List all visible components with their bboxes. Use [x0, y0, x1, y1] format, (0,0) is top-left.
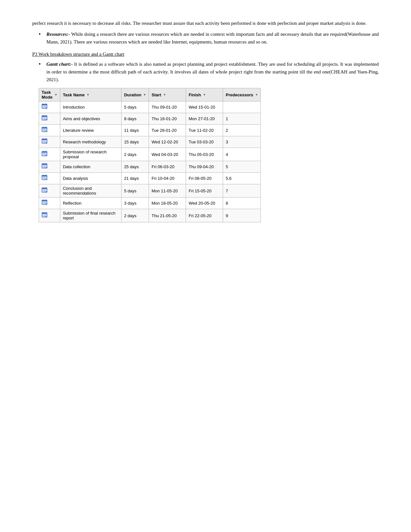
cell-start: Thu 09-01-20: [149, 102, 186, 113]
table-row: Data collection25 daysFri 06-03-20Thu 09…: [39, 161, 261, 173]
svg-rect-76: [44, 190, 45, 190]
gantt-table-wrapper: TaskMode ▼ Task Name ▼ Duration ▼: [39, 88, 379, 222]
cell-duration: 8 days: [121, 113, 149, 125]
cell-finish: Wed 15-01-20: [186, 102, 223, 113]
cell-predecessors: 8: [223, 198, 261, 209]
table-row: Conclusion and recommendations5 daysMon …: [39, 184, 261, 198]
cell-finish: Tue 03-03-20: [186, 136, 223, 148]
svg-rect-21: [42, 127, 47, 129]
cell-task-mode: [39, 173, 60, 184]
cell-task-mode: [39, 184, 60, 198]
svg-rect-14: [43, 118, 44, 118]
col-header-task-mode[interactable]: TaskMode ▼: [39, 88, 60, 102]
svg-rect-88: [45, 202, 46, 203]
col-header-duration[interactable]: Duration ▼: [121, 88, 149, 102]
task-mode-icon: [42, 199, 49, 206]
gantt-body: It is defined as a software which is als…: [46, 62, 379, 82]
cell-finish: Fri 08-05-20: [186, 173, 223, 184]
cell-duration: 5 days: [121, 184, 149, 198]
svg-rect-84: [43, 202, 44, 203]
svg-rect-65: [43, 179, 44, 179]
svg-rect-78: [45, 190, 46, 190]
task-mode-icon: [42, 126, 49, 133]
svg-rect-94: [43, 215, 44, 215]
svg-rect-74: [43, 190, 44, 190]
svg-rect-66: [44, 177, 45, 178]
predecessors-header-text: Predecessors: [226, 92, 253, 97]
cell-duration: 2 days: [121, 148, 149, 161]
cell-task-mode: [39, 113, 60, 125]
task-mode-sort-arrow[interactable]: ▼: [54, 93, 57, 96]
table-row: Reflection3 daysMon 18-05-20Wed 20-05-20…: [39, 198, 261, 209]
start-sort-arrow[interactable]: ▼: [163, 93, 166, 96]
col-header-finish[interactable]: Finish ▼: [186, 88, 223, 102]
task-mode-icon: [42, 103, 49, 110]
cell-finish: Tue 11-02-20: [186, 125, 223, 136]
cell-task-name: Aims and objectives: [60, 113, 121, 125]
svg-rect-98: [45, 215, 46, 215]
cell-finish: Thu 09-04-20: [186, 161, 223, 173]
duration-sort-arrow[interactable]: ▼: [143, 93, 146, 96]
task-name-sort-arrow[interactable]: ▼: [87, 93, 90, 96]
svg-rect-4: [43, 106, 44, 107]
svg-rect-41: [42, 151, 47, 153]
cell-duration: 2 days: [121, 209, 149, 222]
table-row: Literature review11 daysTue 28-01-20Tue …: [39, 125, 261, 136]
bullet-resources-text: Resources:- While doing a research there…: [46, 30, 379, 46]
cell-start: Tue 28-01-20: [149, 125, 186, 136]
finish-sort-arrow[interactable]: ▼: [203, 93, 206, 96]
svg-rect-44: [43, 153, 44, 154]
table-row: Submission of final research report2 day…: [39, 209, 261, 222]
cell-start: Wed 12-02-20: [149, 136, 186, 148]
cell-predecessors: [223, 102, 261, 113]
cell-duration: 25 days: [121, 161, 149, 173]
cell-task-name: Reflection: [60, 198, 121, 209]
svg-rect-8: [45, 106, 46, 107]
svg-rect-51: [42, 164, 47, 165]
svg-rect-46: [44, 153, 45, 154]
cell-predecessors: 2: [223, 125, 261, 136]
cell-start: Wed 04-03-20: [149, 148, 186, 161]
svg-rect-81: [42, 200, 47, 201]
table-row: Research methodology15 daysWed 12-02-20T…: [39, 136, 261, 148]
svg-rect-75: [43, 191, 44, 192]
cell-predecessors: 7: [223, 184, 261, 198]
svg-rect-6: [44, 106, 45, 107]
cell-duration: 21 days: [121, 173, 149, 184]
cell-predecessors: 3: [223, 136, 261, 148]
svg-rect-61: [42, 175, 47, 177]
svg-rect-25: [43, 131, 44, 131]
svg-rect-24: [43, 129, 44, 130]
col-header-predecessors[interactable]: Predecessors ▼: [223, 88, 261, 102]
table-row: Introduction5 daysThu 09-01-20Wed 15-01-…: [39, 102, 261, 113]
cell-duration: 15 days: [121, 136, 149, 148]
svg-rect-18: [45, 118, 46, 118]
bullet-dot-resources: •: [39, 30, 44, 39]
svg-rect-31: [42, 139, 47, 140]
cell-task-name: Data analysis: [60, 173, 121, 184]
task-mode-icon: [42, 212, 49, 219]
svg-rect-16: [44, 118, 45, 118]
bullet-gantt-text: Gantt chart:- It is defined as a softwar…: [46, 60, 379, 83]
svg-rect-1: [42, 104, 47, 105]
bullet-gantt-section: • Gantt chart:- It is defined as a softw…: [39, 60, 379, 83]
table-row: Submission of research proposal2 daysWed…: [39, 148, 261, 161]
cell-duration: 3 days: [121, 198, 149, 209]
start-header-text: Start: [152, 92, 161, 97]
svg-rect-58: [45, 166, 46, 166]
cell-start: Fri 06-03-20: [149, 161, 186, 173]
gantt-label: Gantt chart:-: [46, 62, 73, 67]
cell-start: Mon 11-05-20: [149, 184, 186, 198]
svg-rect-28: [45, 129, 46, 130]
svg-rect-36: [44, 141, 45, 141]
svg-rect-56: [44, 166, 45, 166]
svg-rect-95: [43, 216, 44, 217]
predecessors-sort-arrow[interactable]: ▼: [255, 93, 258, 96]
col-header-start[interactable]: Start ▼: [149, 88, 186, 102]
cell-task-name: Introduction: [60, 102, 121, 113]
resources-body: While doing a research there are various…: [46, 32, 379, 44]
task-mode-icon: [42, 163, 49, 170]
svg-rect-96: [44, 215, 45, 215]
cell-task-mode: [39, 102, 60, 113]
col-header-task-name[interactable]: Task Name ▼: [60, 88, 121, 102]
